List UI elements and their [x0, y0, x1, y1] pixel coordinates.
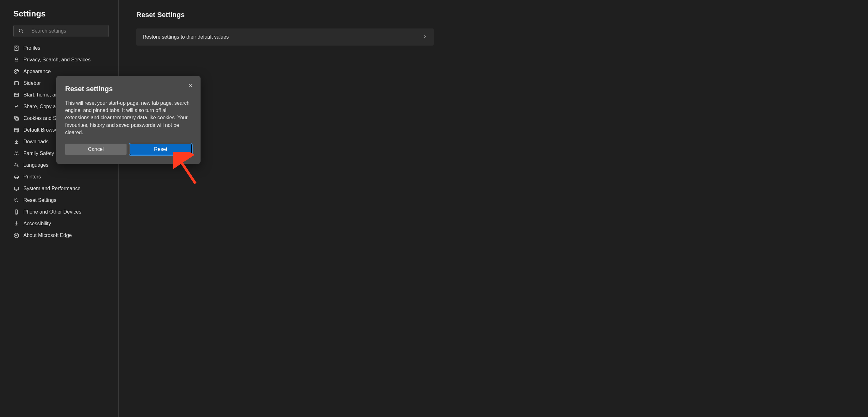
reset-button[interactable]: Reset — [130, 144, 192, 155]
close-icon — [188, 83, 193, 89]
close-button[interactable] — [187, 82, 194, 90]
cancel-button[interactable]: Cancel — [65, 144, 127, 155]
dialog-actions: Cancel Reset — [65, 144, 192, 155]
dialog-body: This will reset your start-up page, new … — [65, 99, 192, 136]
dialog-title: Reset settings — [65, 85, 113, 93]
reset-settings-dialog: Reset settings This will reset your star… — [56, 76, 200, 164]
dialog-overlay: Reset settings This will reset your star… — [0, 0, 749, 417]
